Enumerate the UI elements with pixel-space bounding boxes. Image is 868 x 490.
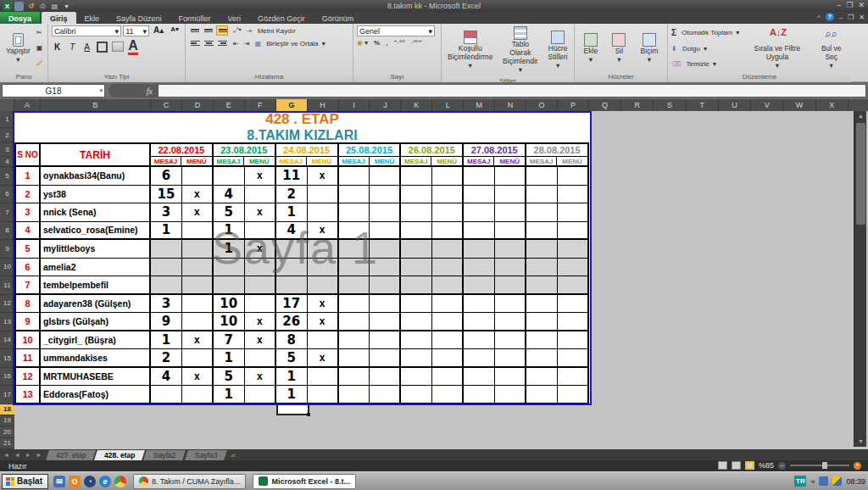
- cell[interactable]: x: [308, 313, 339, 331]
- paste-button[interactable]: Yapıştır▾: [3, 25, 33, 70]
- align-bottom-button[interactable]: [216, 25, 228, 36]
- column-header-I[interactable]: I: [339, 99, 370, 111]
- shrink-font-button[interactable]: A▾: [168, 25, 181, 36]
- cell-sno[interactable]: 4: [14, 222, 41, 241]
- cell[interactable]: [339, 295, 370, 314]
- row-header-18[interactable]: 18: [0, 404, 14, 415]
- cell[interactable]: [308, 368, 339, 387]
- cell-sno[interactable]: 12: [14, 368, 41, 387]
- network-icon[interactable]: [819, 476, 828, 486]
- cell[interactable]: x: [245, 368, 276, 387]
- cell[interactable]: x: [245, 331, 276, 350]
- cell[interactable]: [464, 276, 495, 295]
- cell-name[interactable]: amelia2: [41, 259, 151, 277]
- font-color-button[interactable]: A: [128, 38, 138, 55]
- number-format-select[interactable]: Genel▾: [357, 25, 435, 36]
- ribbon-tab-veri[interactable]: Veri: [220, 12, 250, 24]
- cell[interactable]: 1: [276, 368, 308, 387]
- cell[interactable]: [245, 349, 276, 368]
- cell[interactable]: [370, 167, 401, 186]
- cell-sno[interactable]: 8: [14, 295, 41, 314]
- cell[interactable]: [339, 368, 370, 387]
- insert-cells-button[interactable]: Ekle▾: [581, 25, 601, 70]
- tray-chevron-icon[interactable]: «: [810, 477, 815, 486]
- column-header-C[interactable]: C: [151, 99, 182, 111]
- sheet-tab-428-etap[interactable]: 428. etap: [94, 450, 145, 460]
- column-header-P[interactable]: P: [558, 99, 589, 111]
- internet-explorer-icon[interactable]: e: [99, 476, 111, 487]
- cell[interactable]: [432, 331, 464, 350]
- copy-button[interactable]: ▣: [36, 44, 43, 52]
- cell[interactable]: [151, 240, 182, 259]
- workbook-close-icon[interactable]: ✕: [859, 14, 865, 21]
- cell[interactable]: [339, 186, 370, 204]
- cell[interactable]: 15: [151, 186, 182, 204]
- cell[interactable]: 8: [276, 331, 308, 350]
- column-header-A[interactable]: A: [14, 99, 41, 111]
- cell[interactable]: 2: [276, 186, 308, 204]
- cell-sno[interactable]: 13: [14, 386, 41, 404]
- cell[interactable]: 3: [151, 295, 182, 314]
- cell[interactable]: [401, 203, 432, 222]
- cell[interactable]: [214, 276, 245, 295]
- help-icon[interactable]: ?: [826, 13, 834, 21]
- page-layout-view-button[interactable]: [732, 461, 741, 470]
- chrome-icon[interactable]: [114, 476, 126, 487]
- ribbon-tab-gözden-geçir[interactable]: Gözden Geçir: [249, 12, 314, 24]
- cell[interactable]: [526, 276, 558, 295]
- page-break-preview-button[interactable]: [745, 461, 754, 470]
- cell[interactable]: [495, 295, 526, 314]
- cell[interactable]: x: [308, 167, 339, 186]
- cell-sno[interactable]: 7: [14, 276, 41, 295]
- cell[interactable]: [432, 386, 464, 404]
- cell[interactable]: [339, 313, 370, 331]
- name-box[interactable]: G18▾: [2, 84, 105, 97]
- cell[interactable]: [464, 313, 495, 331]
- fill-color-button[interactable]: [112, 42, 124, 52]
- cell[interactable]: [526, 331, 558, 350]
- cell[interactable]: [214, 167, 245, 186]
- cell[interactable]: [370, 368, 401, 387]
- zoom-slider-thumb[interactable]: [822, 462, 827, 469]
- cell[interactable]: [495, 222, 526, 241]
- cell[interactable]: [245, 386, 276, 404]
- delete-cells-button[interactable]: Sil▾: [609, 25, 628, 70]
- format-as-table-button[interactable]: Tablo Olarak Biçimlendir▾: [498, 25, 542, 75]
- cell[interactable]: [245, 295, 276, 314]
- workbook-restore-icon[interactable]: ❐: [848, 14, 854, 21]
- cell[interactable]: [495, 386, 526, 404]
- cell[interactable]: [370, 203, 401, 222]
- ribbon-tab-görünüm[interactable]: Görünüm: [314, 12, 363, 24]
- find-select-button[interactable]: ⌕⌕ Bul ve Seç▾: [815, 25, 848, 70]
- cell[interactable]: [432, 167, 464, 186]
- cell[interactable]: [339, 386, 370, 404]
- cell[interactable]: 1: [214, 349, 245, 368]
- cell[interactable]: [401, 295, 432, 314]
- cell[interactable]: [495, 331, 526, 350]
- cell[interactable]: x: [245, 313, 276, 331]
- cell-sno[interactable]: 6: [14, 259, 41, 277]
- row-header-11[interactable]: 11: [0, 276, 14, 295]
- cell[interactable]: [526, 386, 558, 404]
- vertical-scrollbar[interactable]: ▲ ▼: [854, 111, 866, 447]
- cell[interactable]: x: [245, 203, 276, 222]
- percent-button[interactable]: %: [374, 39, 380, 47]
- cell-name[interactable]: adayaren38 (Gülşen): [41, 295, 151, 314]
- cell[interactable]: [182, 240, 214, 259]
- cell[interactable]: [526, 368, 558, 387]
- cell[interactable]: 7: [214, 331, 245, 350]
- cell-styles-button[interactable]: Hücre Stilleri▾: [545, 25, 570, 75]
- cell[interactable]: [495, 368, 526, 387]
- outlook-icon[interactable]: O: [69, 476, 81, 487]
- security-shield-icon[interactable]: [832, 476, 842, 486]
- cell-name[interactable]: oynakbasi34(Banu): [41, 167, 151, 186]
- decrease-indent-button[interactable]: ⇤: [233, 40, 239, 47]
- cell[interactable]: [151, 276, 182, 295]
- cell[interactable]: 6: [151, 167, 182, 186]
- column-header-N[interactable]: N: [495, 99, 526, 111]
- workbook-minimize-icon[interactable]: –: [839, 14, 843, 21]
- cell[interactable]: [432, 276, 464, 295]
- cell[interactable]: [464, 295, 495, 314]
- cell-sno[interactable]: 2: [14, 186, 41, 204]
- sheet-grid[interactable]: 123456789101112131415161718192021 428 . …: [0, 111, 868, 449]
